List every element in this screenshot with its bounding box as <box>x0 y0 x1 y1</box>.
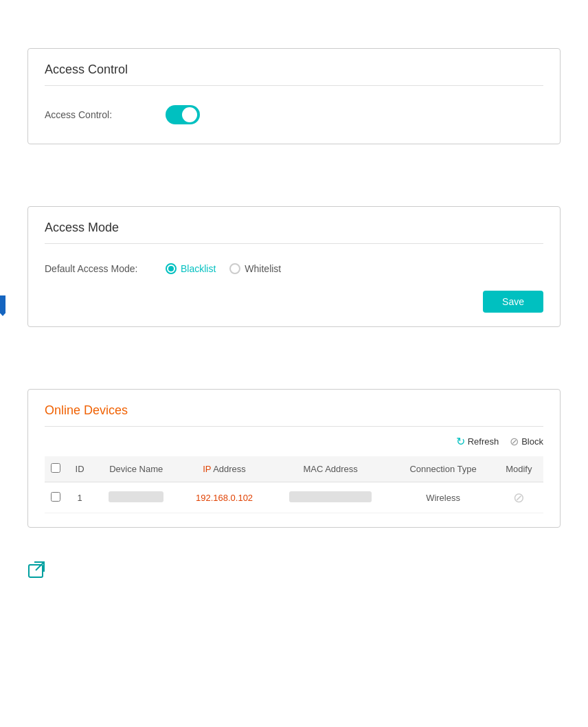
refresh-icon: ↻ <box>456 435 465 448</box>
header-connection-type: Connection Type <box>392 456 495 482</box>
header-checkbox-cell <box>45 456 67 482</box>
block-device-icon[interactable]: ⊘ <box>513 490 525 505</box>
access-control-toggle[interactable] <box>166 105 200 124</box>
online-devices-title: Online Devices <box>45 403 128 418</box>
header-modify: Modify <box>495 456 543 482</box>
devices-table: ID Device Name IP Address MAC Address Co… <box>45 456 543 513</box>
block-label: Block <box>521 436 543 447</box>
whitelist-radio[interactable] <box>229 263 240 274</box>
row-modify: ⊘ <box>495 482 543 513</box>
refresh-label: Refresh <box>468 436 499 447</box>
online-devices-card: Online Devices ↻ Refresh ⊘ Block ID Devi… <box>27 389 561 528</box>
row-device-name <box>93 482 179 513</box>
access-mode-label: Default Access Mode: <box>45 263 155 274</box>
block-button[interactable]: ⊘ Block <box>510 432 543 451</box>
whitelist-label: Whitelist <box>245 263 281 274</box>
blacklist-option[interactable]: Blacklist <box>166 263 216 274</box>
table-header-row: ID Device Name IP Address MAC Address Co… <box>45 456 543 482</box>
row-checkbox[interactable] <box>51 492 60 502</box>
table-row: 1 192.168.0.102 Wireless ⊘ <box>45 482 543 513</box>
row-id: 1 <box>67 482 93 513</box>
blacklist-label: Blacklist <box>181 263 216 274</box>
row-checkbox-cell <box>45 482 67 513</box>
external-link-icon[interactable] <box>27 561 47 584</box>
access-control-label: Access Control: <box>45 109 155 120</box>
whitelist-option[interactable]: Whitelist <box>229 263 281 274</box>
block-icon: ⊘ <box>510 435 519 448</box>
access-mode-title: Access Mode <box>45 221 543 244</box>
table-actions: ↻ Refresh ⊘ Block <box>45 432 543 451</box>
blacklist-radio[interactable] <box>166 263 177 274</box>
row-connection-type: Wireless <box>392 482 495 513</box>
access-mode-card: Access Mode Default Access Mode: Blackli… <box>27 206 561 327</box>
select-all-checkbox[interactable] <box>51 463 60 473</box>
access-mode-radio-group: Blacklist Whitelist <box>166 263 281 274</box>
access-control-title: Access Control <box>45 63 543 86</box>
bookmark-indicator <box>0 295 5 316</box>
save-button[interactable]: Save <box>483 291 543 313</box>
header-id: ID <box>67 456 93 482</box>
header-ip-address: IP Address <box>179 456 269 482</box>
row-ip-address: 192.168.0.102 <box>179 482 269 513</box>
header-mac-address: MAC Address <box>269 456 392 482</box>
refresh-button[interactable]: ↻ Refresh <box>456 432 499 451</box>
row-mac-address <box>269 482 392 513</box>
svg-rect-0 <box>29 565 43 577</box>
header-device-name: Device Name <box>93 456 179 482</box>
access-control-card: Access Control Access Control: <box>27 48 561 144</box>
